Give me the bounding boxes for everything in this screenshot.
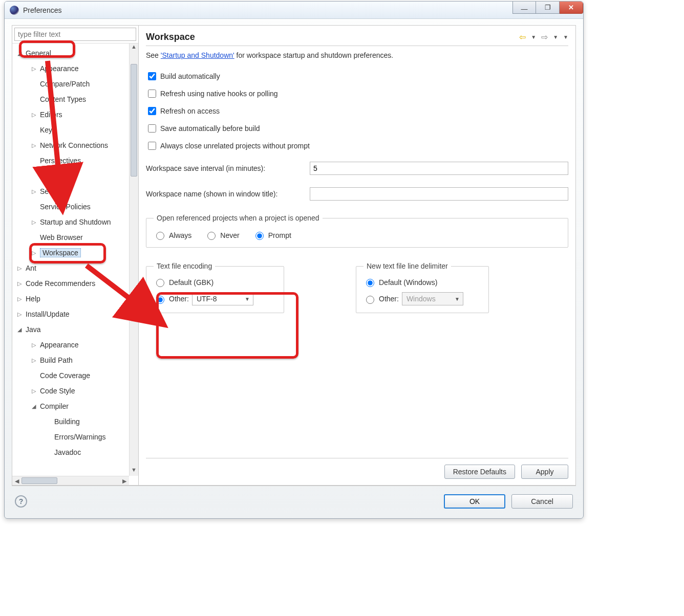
triangle-right-icon[interactable]: ▷ — [32, 142, 38, 149]
tree-item-compiler[interactable]: ◢Compiler — [12, 399, 129, 414]
ref-never-label[interactable]: Never — [220, 231, 239, 239]
forward-arrow-icon[interactable]: ⇨ — [541, 32, 548, 42]
tree-item-errors-warnings[interactable]: Errors/Warnings — [12, 429, 129, 445]
tree-item-service-policies[interactable]: Service Policies — [12, 199, 129, 214]
triangle-right-icon[interactable]: ▷ — [32, 219, 38, 226]
encoding-default-label[interactable]: Default (GBK) — [169, 278, 213, 287]
ok-label: OK — [469, 497, 480, 505]
tree-item-ant[interactable]: ▷Ant — [12, 260, 129, 276]
triangle-right-icon[interactable]: ▷ — [17, 311, 24, 318]
build-auto-checkbox[interactable] — [148, 72, 156, 80]
back-menu-icon[interactable]: ▼ — [531, 34, 536, 40]
triangle-right-icon[interactable]: ▷ — [17, 280, 24, 287]
triangle-right-icon[interactable]: ▷ — [32, 357, 38, 364]
ref-always-radio[interactable] — [156, 232, 164, 240]
triangle-down-icon[interactable]: ◢ — [17, 50, 24, 57]
tree-item-content-types[interactable]: Content Types — [12, 92, 129, 107]
tree-item-web-browser[interactable]: Web Browser — [12, 230, 129, 245]
tree-item-compare-patch[interactable]: Compare/Patch — [12, 76, 129, 92]
close-unrelated-checkbox[interactable] — [148, 142, 156, 150]
encoding-combo-value: UTF-8 — [197, 295, 217, 303]
refresh-hooks-checkbox[interactable] — [148, 90, 156, 98]
tree-item-label: General — [26, 49, 51, 57]
triangle-right-icon[interactable]: ▷ — [17, 296, 24, 302]
tree-item-code-coverage[interactable]: Code Coverage — [12, 368, 129, 383]
workspace-name-input[interactable] — [310, 187, 568, 201]
tree-item-build-path[interactable]: ▷Build Path — [12, 353, 129, 368]
apply-button[interactable]: Apply — [521, 465, 568, 479]
triangle-down-icon[interactable]: ◢ — [32, 403, 38, 410]
save-before-build-checkbox[interactable] — [148, 124, 156, 133]
delimiter-other-radio[interactable] — [366, 296, 374, 304]
tree-item-label: Code Recommenders — [26, 279, 95, 288]
preferences-tree[interactable]: ◢General▷AppearanceCompare/PatchContent … — [12, 43, 129, 476]
encoding-default-radio[interactable] — [156, 279, 164, 287]
encoding-other-radio[interactable] — [156, 296, 164, 304]
ref-prompt-radio[interactable] — [255, 232, 264, 240]
menu-icon[interactable]: ▼ — [563, 34, 568, 40]
triangle-right-icon[interactable]: ▷ — [32, 188, 38, 195]
triangle-right-icon[interactable]: ▷ — [32, 342, 38, 348]
tree-item-label: Code Style — [40, 387, 75, 395]
close-button[interactable] — [560, 2, 583, 14]
triangle-right-icon[interactable]: ▷ — [32, 112, 38, 118]
close-unrelated-label[interactable]: Always close unrelated projects without … — [160, 142, 310, 150]
cancel-button[interactable]: Cancel — [511, 494, 573, 509]
ref-always-label[interactable]: Always — [169, 231, 191, 239]
save-before-build-label[interactable]: Save automatically before build — [160, 124, 260, 133]
tree-item-startup-and-shutdown[interactable]: ▷Startup and Shutdown — [12, 214, 129, 230]
minimize-button[interactable] — [512, 2, 536, 14]
triangle-right-icon[interactable]: ▷ — [17, 265, 24, 272]
forward-menu-icon[interactable]: ▼ — [553, 34, 558, 40]
tree-item-keys[interactable]: Keys — [12, 122, 129, 138]
triangle-down-icon[interactable]: ◢ — [17, 326, 24, 333]
ok-button[interactable]: OK — [444, 494, 505, 509]
help-icon[interactable]: ? — [15, 495, 27, 508]
tree-item-java[interactable]: ◢Java — [12, 322, 129, 337]
tree-item-search[interactable]: Search — [12, 168, 129, 184]
tree-item-general[interactable]: ◢General — [12, 46, 129, 61]
tree-item-perspectives[interactable]: Perspectives — [12, 153, 129, 168]
ref-never-radio[interactable] — [207, 232, 216, 240]
tree-item-editors[interactable]: ▷Editors — [12, 107, 129, 122]
save-interval-input[interactable] — [310, 162, 568, 175]
tree-item-appearance[interactable]: ▷Appearance — [12, 337, 129, 353]
refresh-access-label[interactable]: Refresh on access — [160, 107, 220, 115]
scroll-thumb[interactable] — [131, 64, 137, 177]
horizontal-scrollbar[interactable]: ◀ ▶ — [12, 476, 129, 485]
back-arrow-icon[interactable]: ⇦ — [519, 32, 526, 42]
tree-item-code-style[interactable]: ▷Code Style — [12, 383, 129, 399]
encoding-combo[interactable]: UTF-8 ▼ — [192, 292, 253, 305]
workspace-name-row: Workspace name (shown in window title): — [146, 187, 568, 201]
tree-item-code-recommenders[interactable]: ▷Code Recommenders — [12, 276, 129, 291]
refresh-access-checkbox[interactable] — [148, 107, 156, 115]
tree-item-building[interactable]: Building — [12, 414, 129, 429]
scroll-thumb-h[interactable] — [22, 477, 57, 484]
delimiter-default-radio[interactable] — [366, 279, 374, 287]
panel-title: Workspace — [146, 32, 195, 42]
tree-item-security[interactable]: ▷Security — [12, 184, 129, 199]
delimiter-combo[interactable]: Windows ▼ — [402, 292, 463, 305]
startup-shutdown-link[interactable]: 'Startup and Shutdown' — [161, 51, 234, 59]
tree-item-help[interactable]: ▷Help — [12, 291, 129, 306]
tree-item-workspace[interactable]: ▷Workspace — [12, 245, 129, 260]
triangle-right-icon[interactable]: ▷ — [32, 250, 38, 256]
delimiter-default-label[interactable]: Default (Windows) — [379, 278, 437, 287]
refresh-hooks-label[interactable]: Refresh using native hooks or polling — [160, 90, 278, 98]
tree-item-network-connections[interactable]: ▷Network Connections — [12, 138, 129, 153]
tree-item-install-update[interactable]: ▷Install/Update — [12, 306, 129, 322]
restore-defaults-button[interactable]: Restore Defaults — [444, 465, 515, 479]
ref-prompt-label[interactable]: Prompt — [268, 231, 291, 239]
build-auto-label[interactable]: Build automatically — [160, 72, 220, 80]
tree-item-javadoc[interactable]: Javadoc — [12, 445, 129, 460]
filter-input[interactable] — [14, 28, 136, 41]
tree-item-appearance[interactable]: ▷Appearance — [12, 61, 129, 76]
triangle-right-icon[interactable]: ▷ — [32, 65, 38, 72]
delimiter-other-label[interactable]: Other: — [379, 295, 399, 303]
maximize-button[interactable] — [536, 2, 560, 14]
vertical-scrollbar[interactable]: ▲ ▼ — [129, 43, 138, 476]
split-pane: ◢General▷AppearanceCompare/PatchContent … — [12, 25, 576, 486]
triangle-right-icon[interactable]: ▷ — [32, 388, 38, 394]
encoding-other-label[interactable]: Other: — [169, 295, 189, 303]
workspace-name-label: Workspace name (shown in window title): — [146, 190, 310, 198]
